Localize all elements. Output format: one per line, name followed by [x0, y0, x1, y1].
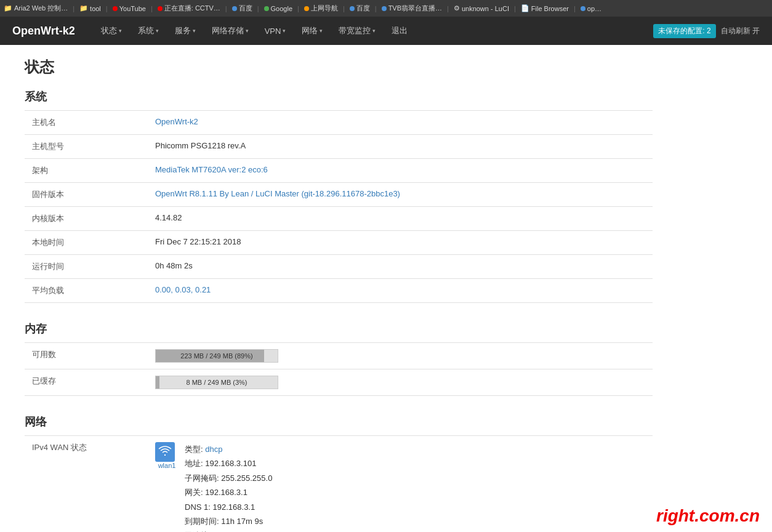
folder-icon: 📁	[79, 4, 88, 12]
chevron-down-icon: ▾	[193, 28, 196, 34]
detail-mask-label: 子网掩码:	[185, 474, 219, 483]
nav-item-storage[interactable]: 网络存储 ▾	[204, 20, 256, 41]
label-firmware: 固件版本	[25, 183, 148, 207]
nav-item-network[interactable]: 网络 ▾	[294, 20, 330, 41]
detail-gw-value: 192.168.3.1	[205, 488, 247, 497]
tab-baidu2[interactable]: 百度	[350, 4, 370, 13]
tab-youtube[interactable]: YouTube	[113, 5, 146, 12]
tab-tool[interactable]: 📁 tool	[79, 4, 101, 12]
tab-nav[interactable]: 上网导航	[304, 4, 338, 13]
tab-baidu1[interactable]: 百度	[232, 4, 252, 13]
folder-icon: 📁	[4, 4, 12, 12]
iface-label: wlan1	[158, 462, 176, 469]
section-system-title: 系统	[25, 89, 653, 104]
unsaved-badge: 未保存的配置: 2	[653, 24, 715, 38]
auto-refresh-label: 自动刷新 开	[721, 26, 760, 36]
detail-addr-label: 地址:	[185, 459, 203, 468]
nav-right: 未保存的配置: 2 自动刷新 开	[653, 24, 760, 38]
detail-gw-label: 网关:	[185, 488, 203, 497]
section-network-title: 网络	[25, 414, 653, 429]
value-ipv4-wan: wlan1 类型: dhcp 地址: 192.168.3.101 子网掩码: 2…	[148, 436, 653, 533]
nav-item-services[interactable]: 服务 ▾	[167, 20, 203, 41]
value-localtime: Fri Dec 7 22:15:21 2018	[148, 231, 653, 255]
nav-item-system[interactable]: 系统 ▾	[131, 20, 166, 41]
label-kernel: 内核版本	[25, 207, 148, 231]
nav-bar: OpenWrt-k2 状态 ▾ 系统 ▾ 服务 ▾ 网络存储 ▾ VPN ▾ 网…	[0, 17, 772, 45]
value-firmware: OpenWrt R8.1.11 By Lean / LuCI Master (g…	[148, 183, 653, 207]
tab-tvb[interactable]: TVB翡翠台直播…	[382, 4, 442, 13]
detail-type-value: dhcp	[205, 445, 222, 454]
table-row: IPv4 WAN 状态 w	[25, 436, 653, 533]
detail-expire-value: 11h 17m 9s	[221, 517, 263, 526]
label-model: 主机型号	[25, 135, 148, 159]
label-arch: 架构	[25, 159, 148, 183]
label-cached: 已缓存	[25, 369, 148, 396]
table-row: 固件版本 OpenWrt R8.1.11 By Lean / LuCI Mast…	[25, 183, 653, 207]
chevron-down-icon: ▾	[156, 28, 159, 34]
memory-bar-text-cached: 8 MB / 249 MB (3%)	[186, 379, 247, 386]
tab-google[interactable]: Google	[264, 5, 292, 12]
iface-cell: wlan1	[155, 442, 179, 469]
nav-item-status[interactable]: 状态 ▾	[94, 20, 129, 41]
wan-icon	[155, 442, 175, 462]
tab-op[interactable]: op…	[581, 5, 601, 12]
memory-info-table: 可用数 223 MB / 249 MB (89%) 已缓存 8 MB / 249…	[25, 342, 653, 396]
browser-tab-bar: 📁 Aria2 Web 控制… | 📁 tool | YouTube | 正在直…	[0, 0, 772, 17]
table-row: 主机名 OpenWrt-k2	[25, 111, 653, 135]
memory-bar-text-available: 223 MB / 249 MB (89%)	[180, 352, 252, 360]
value-model: Phicomm PSG1218 rev.A	[148, 135, 653, 159]
nav-item-bandwidth[interactable]: 带宽监控 ▾	[331, 20, 383, 41]
detail-mask-value: 255.255.255.0	[221, 474, 272, 483]
chevron-down-icon: ▾	[320, 28, 323, 34]
value-load: 0.00, 0.03, 0.21	[148, 279, 653, 303]
table-row: 内核版本 4.14.82	[25, 207, 653, 231]
label-load: 平均负载	[25, 279, 148, 303]
memory-bar-fill-cached	[156, 376, 159, 389]
detail-dns1-value: 192.168.3.1	[213, 502, 255, 512]
google-icon	[264, 6, 269, 11]
tab-filebrowser[interactable]: 📄 File Browser	[521, 4, 569, 12]
network-section: 网络 IPv4 WAN 状态	[25, 414, 653, 532]
memory-bar-cached: 8 MB / 249 MB (3%)	[155, 376, 278, 389]
wifi-icon	[156, 442, 174, 459]
detail-type-label: 类型:	[185, 445, 203, 454]
op-icon	[581, 6, 585, 11]
network-detail: 类型: dhcp 地址: 192.168.3.101 子网掩码: 255.255…	[185, 442, 272, 532]
tab-aria2[interactable]: 📁 Aria2 Web 控制…	[4, 4, 68, 13]
table-row: 运行时间 0h 48m 2s	[25, 255, 653, 279]
label-hostname: 主机名	[25, 111, 148, 135]
label-available: 可用数	[25, 343, 148, 369]
value-kernel: 4.14.82	[148, 207, 653, 231]
nav-brand[interactable]: OpenWrt-k2	[12, 25, 75, 38]
tab-cctv[interactable]: 正在直播: CCTV…	[158, 4, 220, 13]
table-row: 可用数 223 MB / 249 MB (89%)	[25, 343, 653, 369]
nav-item-logout[interactable]: 退出	[384, 20, 415, 41]
value-available: 223 MB / 249 MB (89%)	[148, 343, 653, 369]
luci-icon: ⚙	[454, 4, 460, 12]
baidu2-icon	[350, 6, 355, 11]
label-ipv4-wan: IPv4 WAN 状态	[25, 436, 148, 533]
detail-addr-value: 192.168.3.101	[205, 459, 256, 468]
baidu-icon	[232, 6, 237, 11]
nav-icon	[304, 6, 309, 11]
chevron-down-icon: ▾	[119, 28, 122, 34]
value-uptime: 0h 48m 2s	[148, 255, 653, 279]
page-title: 状态	[25, 57, 653, 77]
nav-menu: 状态 ▾ 系统 ▾ 服务 ▾ 网络存储 ▾ VPN ▾ 网络 ▾ 带宽监控 ▾ …	[94, 20, 654, 41]
value-cached: 8 MB / 249 MB (3%)	[148, 369, 653, 396]
chevron-down-icon: ▾	[246, 28, 249, 34]
network-info-table: IPv4 WAN 状态 w	[25, 435, 653, 532]
label-uptime: 运行时间	[25, 255, 148, 279]
chevron-down-icon: ▾	[283, 28, 286, 34]
nav-item-vpn[interactable]: VPN ▾	[257, 22, 294, 41]
tab-luci[interactable]: ⚙ unknown - LuCI	[454, 4, 509, 12]
table-row: 已缓存 8 MB / 249 MB (3%)	[25, 369, 653, 396]
label-localtime: 本地时间	[25, 231, 148, 255]
chevron-down-icon: ▾	[372, 28, 376, 34]
table-row: 架构 MediaTek MT7620A ver:2 eco:6	[25, 159, 653, 183]
youtube-icon	[113, 6, 118, 11]
wan-cell: wlan1 类型: dhcp 地址: 192.168.3.101 子网掩码: 2…	[155, 442, 645, 532]
memory-bar-available: 223 MB / 249 MB (89%)	[155, 349, 278, 363]
system-info-table: 主机名 OpenWrt-k2 主机型号 Phicomm PSG1218 rev.…	[25, 110, 653, 303]
value-arch: MediaTek MT7620A ver:2 eco:6	[148, 159, 653, 183]
